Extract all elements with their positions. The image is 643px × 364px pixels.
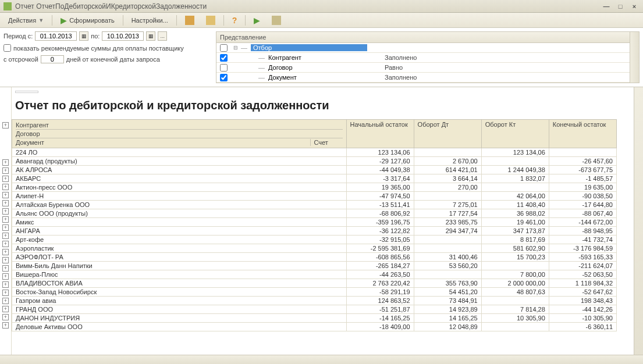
- row-expand-icon[interactable]: +: [2, 290, 9, 296]
- cell-open: -58 291,19: [346, 288, 414, 297]
- selection-checkbox[interactable]: [220, 64, 228, 72]
- table-row[interactable]: Аэропластик-2 595 381,69581 602,90-3 176…: [12, 244, 617, 253]
- row-expand-icon[interactable]: +: [2, 192, 9, 198]
- table-row[interactable]: АНГАРА-36 122,82294 347,74347 173,87-88 …: [12, 227, 617, 235]
- table-row[interactable]: ДАНОН ИНДУСТРИЯ-14 165,2514 165,2510 305…: [12, 314, 617, 323]
- run-button[interactable]: ▶: [249, 15, 265, 26]
- table-row[interactable]: Арт-кофе-32 915,058 817,69-41 732,74: [12, 235, 617, 244]
- date-from-input[interactable]: [35, 31, 77, 41]
- table-row[interactable]: ВЛАДИВОСТОК АВИА2 763 220,42355 763,902 …: [12, 279, 617, 288]
- show-recommended-checkbox[interactable]: [3, 44, 11, 52]
- table-row[interactable]: Амикс-359 196,75233 985,7519 461,00-144 …: [12, 218, 617, 227]
- vertical-scrollbar[interactable]: [634, 87, 643, 355]
- row-expand-icon[interactable]: +: [2, 200, 9, 206]
- selection-row[interactable]: —ДоговорРавно: [216, 63, 630, 73]
- table-row[interactable]: АК АЛРОСА-44 049,38614 421,011 244 049,3…: [12, 166, 617, 174]
- cell-open: -608 865,56: [346, 253, 414, 262]
- table-row[interactable]: АКБАРС-3 317,643 664,141 832,07-1 485,57: [12, 174, 617, 183]
- cell-kt: 11 408,40: [481, 201, 549, 209]
- table-row[interactable]: Вимм-Биль Данн Напитки-265 184,2753 560,…: [12, 262, 617, 270]
- selection-checkbox[interactable]: [220, 54, 228, 62]
- table-row[interactable]: Авангард (продукты)-29 127,602 670,00-26…: [12, 157, 617, 166]
- maximize-button[interactable]: □: [615, 2, 626, 10]
- cell-close: -1 485,57: [549, 174, 616, 183]
- row-expand-icon[interactable]: +: [2, 298, 9, 304]
- help-button[interactable]: ?: [228, 15, 242, 26]
- table-row[interactable]: Алипет-Н-47 974,5042 064,00-90 038,50: [12, 192, 617, 201]
- calendar-from-icon[interactable]: ▦: [79, 31, 88, 41]
- table-row[interactable]: Алтайская Буренка ООО-13 511,417 275,011…: [12, 201, 617, 209]
- cell-name: АКБАРС: [12, 174, 347, 183]
- delay-days-input[interactable]: [41, 55, 64, 63]
- selection-name: Контрагент: [268, 54, 385, 61]
- horizontal-scrollbar[interactable]: [0, 355, 643, 364]
- tool-icon-1[interactable]: [180, 15, 199, 26]
- row-expand-icon[interactable]: +: [2, 224, 9, 231]
- cell-dt: [414, 235, 481, 244]
- table-row[interactable]: АЭРОФЛОТ- РА-608 865,5631 400,4615 700,2…: [12, 253, 617, 262]
- row-expand-icon[interactable]: +: [2, 273, 9, 280]
- row-expand-icon[interactable]: +: [2, 314, 9, 320]
- selection-scrollbar[interactable]: [630, 32, 639, 83]
- selection-condition: Заполнено: [385, 74, 630, 81]
- row-expand-icon[interactable]: +: [2, 208, 9, 215]
- cell-close: 198 348,43: [549, 297, 616, 305]
- selection-row[interactable]: —КонтрагентЗаполнено: [216, 53, 630, 63]
- tool-icon-3[interactable]: [267, 15, 286, 26]
- cell-dt: [414, 270, 481, 279]
- row-expand-icon[interactable]: +: [2, 233, 9, 239]
- cell-dt: 355 763,90: [414, 279, 481, 288]
- report-area: + +++++++++++++++++++++ Отчет по дебитор…: [0, 87, 643, 355]
- row-expand-icon[interactable]: +: [2, 159, 9, 166]
- table-row[interactable]: Восток-Запад Новосибирск-58 291,1954 451…: [12, 288, 617, 297]
- expand-icon[interactable]: ⊟: [230, 45, 241, 51]
- tool-icon-2[interactable]: [201, 15, 220, 26]
- date-to-input[interactable]: [102, 31, 144, 41]
- selection-checkbox[interactable]: [220, 44, 228, 52]
- settings-button[interactable]: Настройки...: [127, 16, 173, 25]
- row-expand-icon[interactable]: +: [2, 306, 9, 312]
- cell-dt: 73 484,91: [414, 297, 481, 305]
- row-expand-icon[interactable]: +: [2, 265, 9, 272]
- row-expand-icon[interactable]: +: [2, 257, 9, 263]
- table-row[interactable]: Актион-пресс ООО19 365,00270,0019 635,00: [12, 183, 617, 192]
- cell-close: 1 118 984,32: [549, 279, 616, 288]
- row-expand-icon[interactable]: +: [2, 241, 9, 247]
- minimize-button[interactable]: —: [601, 2, 612, 10]
- table-row[interactable]: 224 ЛО123 134,06123 134,06: [12, 148, 617, 157]
- actions-menu[interactable]: Действия▼: [3, 16, 48, 25]
- hdr-account: Счет: [310, 139, 343, 146]
- table-row[interactable]: Деловые Активы ООО-18 409,0012 048,89-6 …: [12, 323, 617, 331]
- cell-name: Деловые Активы ООО: [12, 323, 347, 331]
- close-button[interactable]: ×: [629, 2, 640, 10]
- row-expand-icon[interactable]: +: [2, 184, 9, 190]
- cell-name: Аэропластик: [12, 244, 347, 253]
- table-row[interactable]: Альянс ООО (продукты)-68 806,9217 727,54…: [12, 209, 617, 218]
- cell-open: -32 915,05: [346, 235, 414, 244]
- expand-all-icon[interactable]: +: [2, 122, 9, 129]
- row-expand-icon[interactable]: +: [2, 322, 9, 329]
- row-expand-icon[interactable]: +: [2, 167, 9, 174]
- calendar-to-icon[interactable]: ▦: [146, 31, 155, 41]
- row-expand-icon[interactable]: +: [2, 281, 9, 288]
- hdr-opening: Начальный остаток: [346, 120, 414, 148]
- selection-condition: Равно: [385, 64, 630, 71]
- period-picker-button[interactable]: ...: [158, 31, 167, 41]
- cell-close: 19 635,00: [549, 183, 616, 192]
- table-row[interactable]: Вишера-Плюс-44 263,507 800,00-52 063,50: [12, 270, 617, 279]
- selection-row[interactable]: ⊟—Отбор: [216, 43, 630, 53]
- selection-checkbox[interactable]: [220, 74, 228, 81]
- cell-open: 124 863,52: [346, 297, 414, 305]
- cell-name: Альянс ООО (продукты): [12, 209, 347, 218]
- generate-button[interactable]: ▶Сформировать: [56, 15, 119, 26]
- table-row[interactable]: Газпром авиа124 863,5273 484,91198 348,4…: [12, 297, 617, 305]
- row-expand-icon[interactable]: +: [2, 216, 9, 223]
- row-expand-icon[interactable]: +: [2, 176, 9, 182]
- selection-row[interactable]: —ДокументЗаполнено: [216, 73, 630, 83]
- cell-close: -10 305,90: [549, 314, 616, 323]
- cell-close: -41 732,74: [549, 235, 616, 244]
- table-row[interactable]: ГРАНД ООО-51 251,8714 923,897 814,28-44 …: [12, 305, 617, 314]
- cell-kt: [481, 323, 549, 331]
- cell-kt: 1 832,07: [481, 174, 549, 183]
- row-expand-icon[interactable]: +: [2, 249, 9, 255]
